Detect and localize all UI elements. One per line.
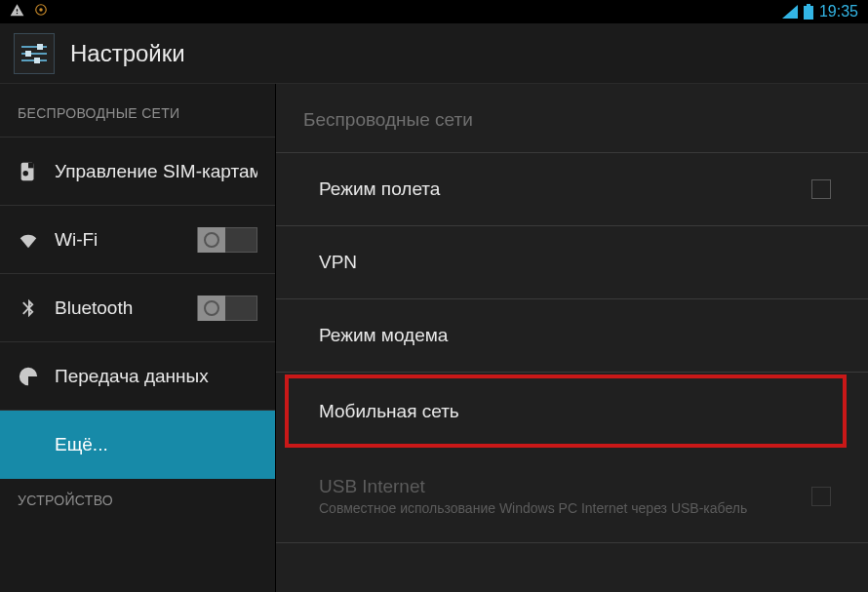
svg-rect-9 — [34, 58, 40, 63]
status-right: 19:35 — [782, 3, 858, 20]
signal-icon — [782, 5, 798, 19]
svg-rect-8 — [25, 51, 31, 57]
detail-item-vpn[interactable]: VPN — [276, 226, 868, 299]
data-usage-icon — [18, 366, 39, 387]
svg-rect-11 — [28, 162, 34, 168]
sim-icon — [18, 161, 39, 182]
sidebar-item-sim[interactable]: Управление SIM-картам — [0, 138, 275, 206]
battery-icon — [804, 4, 813, 20]
sidebar-item-label: Wi-Fi — [55, 229, 98, 251]
blank-icon — [18, 434, 39, 455]
content-panes: БЕСПРОВОДНЫЕ СЕТИ Управление SIM-картам … — [0, 84, 868, 592]
detail-item-airplane[interactable]: Режим полета — [276, 153, 868, 226]
svg-rect-2 — [804, 6, 813, 20]
wifi-icon — [18, 229, 39, 251]
detail-item-subtitle: Совместное использование Windows PC Inte… — [319, 500, 747, 517]
bluetooth-icon — [18, 297, 39, 319]
sidebar-item-label: Bluetooth — [55, 297, 133, 319]
status-left — [10, 3, 48, 20]
svg-rect-7 — [37, 44, 43, 50]
wifi-toggle[interactable] — [197, 227, 257, 253]
detail-item-usb-internet: USB Internet Совместное использование Wi… — [276, 450, 868, 543]
status-bar: 19:35 — [0, 0, 868, 23]
bluetooth-toggle[interactable] — [197, 296, 257, 321]
detail-item-label: Режим полета — [319, 178, 440, 200]
warning-icon — [10, 3, 24, 20]
detail-item-mobile-network[interactable]: Мобильная сеть — [276, 373, 868, 450]
settings-icon — [14, 33, 55, 74]
sidebar-item-data-usage[interactable]: Передача данных — [0, 342, 275, 411]
page-title: Настройки — [70, 40, 185, 67]
sidebar-item-wifi[interactable]: Wi-Fi — [0, 206, 275, 274]
sidebar-item-label: Управление SIM-картам — [55, 161, 257, 182]
sidebar: БЕСПРОВОДНЫЕ СЕТИ Управление SIM-картам … — [0, 84, 276, 592]
settings-status-icon — [34, 3, 48, 20]
detail-header: Беспроводные сети — [276, 84, 868, 153]
sidebar-item-more[interactable]: Ещё... — [0, 411, 275, 479]
airplane-checkbox[interactable] — [811, 179, 831, 199]
usb-checkbox — [811, 487, 831, 506]
android-settings-screen: 19:35 Настройки БЕСПРОВОДНЫЕ СЕТИ — [0, 0, 868, 592]
sidebar-item-bluetooth[interactable]: Bluetooth — [0, 274, 275, 342]
detail-item-label: USB Internet — [319, 476, 425, 497]
sidebar-item-label: Передача данных — [55, 366, 209, 387]
clock: 19:35 — [819, 3, 858, 20]
detail-item-label: VPN — [319, 252, 357, 273]
svg-point-1 — [39, 8, 43, 12]
detail-pane: Беспроводные сети Режим полета VPN Режим… — [276, 84, 868, 592]
action-bar: Настройки — [0, 23, 868, 84]
detail-item-tethering[interactable]: Режим модема — [276, 299, 868, 373]
detail-item-label: Режим модема — [319, 325, 448, 346]
sidebar-item-label: Ещё... — [55, 434, 108, 455]
section-header-device: УСТРОЙСТВО — [0, 479, 275, 514]
svg-rect-3 — [807, 4, 810, 6]
detail-item-label: Мобильная сеть — [319, 401, 459, 422]
svg-point-12 — [23, 171, 29, 177]
section-header-wireless: БЕСПРОВОДНЫЕ СЕТИ — [0, 84, 275, 138]
